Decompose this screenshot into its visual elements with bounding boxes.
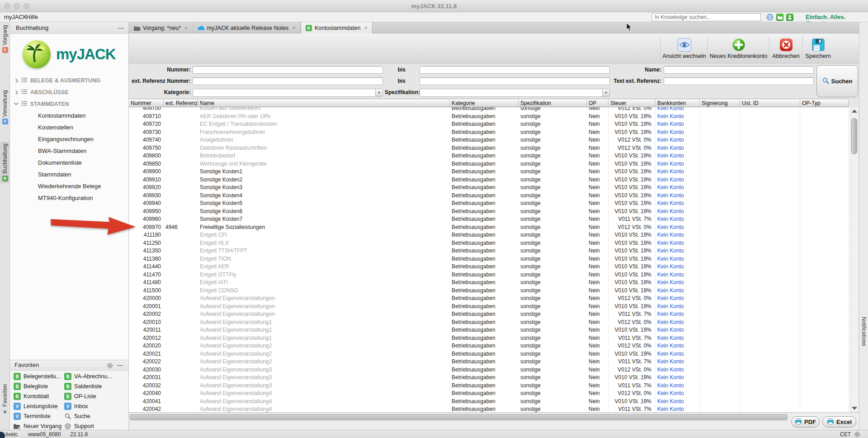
tree-section-abschluesse[interactable]: ABSCHLÜSSE	[10, 86, 128, 98]
horizontal-scrollbar[interactable]	[130, 414, 788, 420]
favorites-minimize-button[interactable]: —	[117, 360, 123, 370]
cell-bankkonten[interactable]: Kein Konto	[656, 129, 700, 137]
cell-bankkonten[interactable]: Kein Konto	[656, 113, 700, 121]
cell-bankkonten[interactable]: Kein Konto	[656, 107, 700, 113]
favorite-suche[interactable]: Suche	[63, 411, 114, 421]
column-header-spezifikation[interactable]: Spezifikation	[519, 99, 587, 107]
table-row[interactable]: 420040Aufwand Eigenveranstaltung4Betrieb…	[129, 390, 850, 398]
favorite-belegerstellu[interactable]: BBelegerstellu...	[13, 371, 63, 381]
table-row[interactable]: 409750Gebühren RücklastschriftenBetriebs…	[129, 144, 850, 152]
column-header-steuer[interactable]: Steuer	[609, 99, 656, 107]
table-row[interactable]: 411360Entgelt TIONBetriebsausgabensonsti…	[129, 255, 850, 263]
cell-bankkonten[interactable]: Kein Konto	[656, 192, 700, 200]
table-row[interactable]: 420011Aufwand Eigenveranstaltung1Betrieb…	[129, 326, 850, 334]
cell-bankkonten[interactable]: Kein Konto	[656, 263, 700, 271]
table-row[interactable]: 420032Aufwand Eigenveranstaltung3Betrieb…	[129, 382, 850, 390]
table-row[interactable]: 409800BetriebsbedarfBetriebsausgabensons…	[129, 152, 850, 160]
table-row[interactable]: 409730FranchisenehmergebührenBetriebsaus…	[129, 129, 850, 137]
table-row[interactable]: 409960Sonstige Kosten7Betriebsausgabenso…	[129, 215, 850, 224]
favorite-inbox[interactable]: VInbox	[63, 401, 114, 411]
column-header-kategorie[interactable]: Kategorie	[450, 99, 519, 107]
cell-bankkonten[interactable]: Kein Konto	[656, 358, 700, 366]
side-tab-favoriten[interactable]: Favoriten ★	[0, 384, 10, 415]
table-row[interactable]: 411250Entgelt HLXBetriebsausgabensonstig…	[129, 239, 850, 248]
cell-bankkonten[interactable]: Kein Konto	[656, 200, 700, 208]
close-icon[interactable]: ×	[292, 24, 296, 31]
sidebar-item-kostenstellen[interactable]: Kostenstellen	[10, 122, 128, 133]
excel-button[interactable]: Excel	[822, 416, 856, 428]
cell-bankkonten[interactable]: Kein Konto	[656, 326, 700, 334]
sidebar-item-dokumentenliste[interactable]: Dokumentenliste	[10, 157, 128, 169]
tab-vorgang-neu[interactable]: Vorgang: *neu* ×	[129, 22, 193, 33]
table-row[interactable]: 420041Aufwand Eigenveranstaltung4Betrieb…	[129, 398, 850, 406]
table-row[interactable]: 420012Aufwand Eigenveranstaltung1Betrieb…	[129, 334, 850, 343]
side-tab-verwaltung[interactable]: Verwaltung V	[0, 90, 10, 124]
scroll-up-arrow[interactable]	[852, 110, 857, 113]
cell-bankkonten[interactable]: Kein Konto	[656, 239, 700, 248]
column-header-op-typ[interactable]: OP-Typ	[800, 99, 849, 107]
table-row[interactable]: 409710AER Gebühren 0% oder 19%Betriebsau…	[129, 113, 850, 121]
suchen-button[interactable]: Suchen	[816, 65, 858, 97]
cell-bankkonten[interactable]: Kein Konto	[656, 152, 700, 160]
text-ext-referenz-input[interactable]	[664, 77, 814, 85]
menu-myjack[interactable]: myJACK	[4, 14, 27, 20]
cell-bankkonten[interactable]: Kein Konto	[656, 334, 700, 343]
cell-bankkonten[interactable]: Kein Konto	[656, 271, 700, 279]
nummer-bis-input[interactable]	[420, 66, 610, 74]
table-row[interactable]: 420010Aufwand Eigenveranstaltung1Betrieb…	[129, 319, 850, 327]
sidebar-item-mt940-konfiguration[interactable]: MT940-Konfiguration	[10, 192, 128, 204]
cell-bankkonten[interactable]: Kein Konto	[656, 215, 700, 224]
cell-bankkonten[interactable]: Kein Konto	[656, 319, 700, 327]
favorite-va-abrechnu[interactable]: BVA-Abrechnu...	[63, 371, 114, 381]
cell-bankkonten[interactable]: Kein Konto	[656, 231, 700, 239]
favorite-kontoblatt[interactable]: BKontoblatt	[13, 391, 63, 401]
table-row[interactable]: 411440Entgelt AERBetriebsausgabensonstig…	[129, 263, 850, 271]
cell-bankkonten[interactable]: Kein Konto	[656, 342, 700, 350]
table-row[interactable]: 409700Kosten des GeldverkehrsBetriebsaus…	[129, 107, 850, 113]
cell-bankkonten[interactable]: Kein Konto	[656, 136, 700, 144]
tree-section-stammdaten[interactable]: STAMMDATEN	[10, 98, 128, 110]
cell-bankkonten[interactable]: Kein Konto	[656, 374, 700, 382]
favorite-leistungsliste[interactable]: VLeistungsliste	[13, 401, 63, 411]
favorite-op-liste[interactable]: BOP-Liste	[63, 391, 114, 401]
column-header-signierung[interactable]: Signierung	[700, 99, 740, 107]
tab-kontostammdaten[interactable]: B Kontostammdaten ×	[301, 22, 373, 33]
table-row[interactable]: 420022Aufwand Eigenveranstaltung2Betrieb…	[129, 358, 850, 366]
name-input[interactable]	[664, 66, 814, 74]
table-row[interactable]: 420020Aufwand Eigenveranstaltung2Betrieb…	[129, 342, 850, 350]
neues-kreditorenkonto-button[interactable]: Neues Kreditorenkonto	[708, 34, 769, 62]
cell-bankkonten[interactable]: Kein Konto	[656, 303, 700, 311]
table-row[interactable]: 409910Sonstige Kosten2Betriebsausgabenso…	[129, 176, 850, 184]
favorite-terminliste[interactable]: VTerminliste	[13, 411, 63, 421]
table-row[interactable]: 420042Aufwand Eigenveranstaltung4Betrieb…	[129, 405, 850, 412]
table-row[interactable]: 420031Aufwand Eigenveranstaltung3Betrieb…	[129, 374, 850, 382]
cell-bankkonten[interactable]: Kein Konto	[656, 247, 700, 255]
table-row[interactable]: 409850Werkzeuge und KleingeräteBetriebsa…	[129, 160, 850, 168]
table-row[interactable]: 409900Sonstige Kosten1Betriebsausgabenso…	[129, 168, 850, 176]
scroll-down-arrow[interactable]	[852, 407, 857, 410]
cell-bankkonten[interactable]: Kein Konto	[656, 390, 700, 398]
ansicht-wechseln-button[interactable]: Ansicht wechseln	[661, 34, 708, 62]
knowledge-search-input[interactable]	[652, 13, 761, 21]
table-row[interactable]: 411350Entgelt TTSH/TFPTBetriebsausgabens…	[129, 247, 850, 255]
user-green-icon[interactable]	[786, 14, 793, 21]
spezifikation-select[interactable]: ▼	[420, 89, 610, 97]
table-row[interactable]: 420002Aufwand EigenveranstaltungenBetrie…	[129, 310, 850, 319]
notifications-strip[interactable]: Notifications	[859, 22, 868, 430]
table-row[interactable]: 411180Entgelt CFIBetriebsausgabensonstig…	[129, 231, 850, 239]
table-row[interactable]: 409740AvalgebührenBetriebsausgabensonsti…	[129, 136, 850, 144]
table-row[interactable]: 411480Entgelt IATIBetriebsausgabensonsti…	[129, 279, 850, 287]
table-row[interactable]: 411470Entgelt OTTFlyBetriebsausgabensons…	[129, 271, 850, 279]
abbrechen-button[interactable]: Abbrechen	[769, 34, 802, 62]
gear-icon[interactable]	[854, 431, 860, 438]
scrollbar-thumb[interactable]	[851, 118, 857, 154]
menu-hilfe[interactable]: Hilfe	[26, 14, 38, 20]
column-header-ust-id[interactable]: Ust. ID	[740, 99, 800, 107]
cell-bankkonten[interactable]: Kein Konto	[656, 224, 700, 232]
close-icon[interactable]: ×	[184, 24, 188, 31]
table-row[interactable]: 420001Aufwand EigenveranstaltungenBetrie…	[129, 303, 850, 311]
close-icon[interactable]: ×	[364, 24, 368, 31]
cell-bankkonten[interactable]: Kein Konto	[656, 279, 700, 287]
column-header-ext-referenz[interactable]: ext. Referenz	[164, 99, 198, 107]
sidebar-item-wiederkehrende-belege[interactable]: Wiederkehrende Belege	[10, 181, 128, 192]
